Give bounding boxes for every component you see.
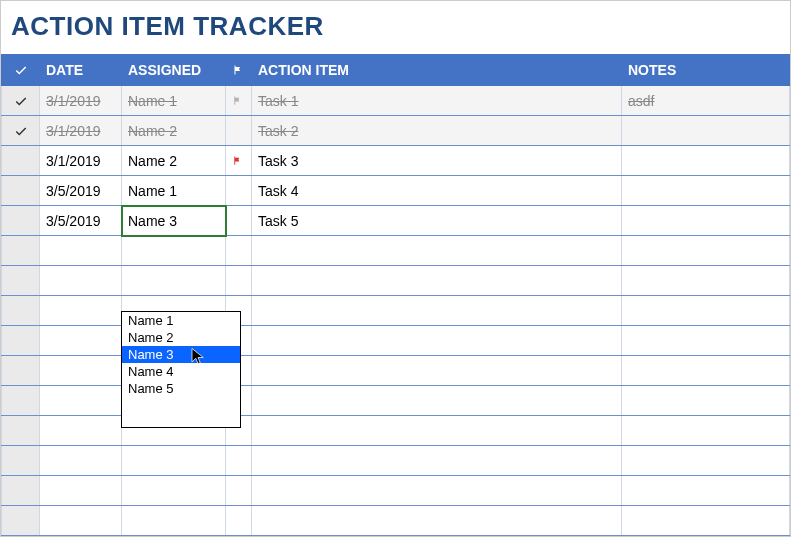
cell-notes[interactable] <box>622 116 790 146</box>
empty-cell[interactable] <box>2 506 40 536</box>
empty-cell[interactable] <box>122 506 226 536</box>
empty-cell[interactable] <box>40 356 122 386</box>
empty-cell[interactable] <box>40 446 122 476</box>
dropdown-option[interactable]: Name 2 <box>122 329 240 346</box>
empty-cell[interactable] <box>622 506 790 536</box>
empty-cell[interactable] <box>252 326 622 356</box>
empty-cell[interactable] <box>2 326 40 356</box>
header-notes[interactable]: NOTES <box>622 55 790 86</box>
cell-done[interactable] <box>2 116 40 146</box>
cell-done[interactable] <box>2 146 40 176</box>
cell-assigned[interactable]: Name 1 <box>122 176 226 206</box>
empty-cell[interactable] <box>2 416 40 446</box>
cell-done[interactable] <box>2 176 40 206</box>
empty-cell[interactable] <box>2 296 40 326</box>
cell-assigned[interactable]: Name 2 <box>122 146 226 176</box>
empty-cell[interactable] <box>2 446 40 476</box>
cell-notes[interactable]: asdf <box>622 86 790 116</box>
table-row: 3/5/2019Name 3Task 5 <box>2 206 790 236</box>
empty-cell[interactable] <box>622 266 790 296</box>
dropdown-option[interactable]: Name 1 <box>122 312 240 329</box>
header-flag[interactable] <box>226 55 252 86</box>
empty-cell[interactable] <box>622 326 790 356</box>
table-row <box>2 296 790 326</box>
empty-cell[interactable] <box>622 296 790 326</box>
empty-cell[interactable] <box>2 476 40 506</box>
empty-cell[interactable] <box>252 506 622 536</box>
cell-assigned[interactable]: Name 3 <box>122 206 226 236</box>
empty-cell[interactable] <box>122 236 226 266</box>
empty-cell[interactable] <box>2 266 40 296</box>
cell-flag[interactable] <box>226 116 252 146</box>
empty-cell[interactable] <box>40 476 122 506</box>
empty-cell[interactable] <box>2 356 40 386</box>
cell-date[interactable]: 3/1/2019 <box>40 86 122 116</box>
empty-cell[interactable] <box>40 296 122 326</box>
empty-cell[interactable] <box>622 236 790 266</box>
cell-date[interactable]: 3/5/2019 <box>40 206 122 236</box>
empty-cell[interactable] <box>622 476 790 506</box>
empty-cell[interactable] <box>2 236 40 266</box>
cell-notes[interactable] <box>622 146 790 176</box>
empty-cell[interactable] <box>226 266 252 296</box>
empty-cell[interactable] <box>226 446 252 476</box>
empty-cell[interactable] <box>40 506 122 536</box>
empty-cell[interactable] <box>622 416 790 446</box>
cell-action-item[interactable]: Task 3 <box>252 146 622 176</box>
cell-action-item[interactable]: Task 5 <box>252 206 622 236</box>
empty-cell[interactable] <box>122 476 226 506</box>
cell-date[interactable]: 3/1/2019 <box>40 146 122 176</box>
dropdown-option[interactable]: Name 3 <box>122 346 240 363</box>
empty-cell[interactable] <box>40 326 122 356</box>
flag-icon <box>232 154 245 167</box>
dropdown-option[interactable]: Name 5 <box>122 380 240 397</box>
cell-action-item[interactable]: Task 2 <box>252 116 622 146</box>
empty-cell[interactable] <box>252 296 622 326</box>
header-date[interactable]: DATE <box>40 55 122 86</box>
empty-cell[interactable] <box>122 446 226 476</box>
table-row <box>2 416 790 446</box>
flag-icon <box>232 94 245 107</box>
empty-cell[interactable] <box>40 386 122 416</box>
empty-cell[interactable] <box>122 266 226 296</box>
empty-cell[interactable] <box>252 476 622 506</box>
dropdown-option[interactable]: Name 4 <box>122 363 240 380</box>
cell-flag[interactable] <box>226 206 252 236</box>
empty-cell[interactable] <box>252 386 622 416</box>
cell-done[interactable] <box>2 206 40 236</box>
cell-date[interactable]: 3/5/2019 <box>40 176 122 206</box>
empty-cell[interactable] <box>252 356 622 386</box>
cell-assigned[interactable]: Name 1 <box>122 86 226 116</box>
table-row <box>2 326 790 356</box>
cell-flag[interactable] <box>226 176 252 206</box>
assigned-dropdown[interactable]: Name 1Name 2Name 3Name 4Name 5 <box>121 311 241 428</box>
table-row <box>2 386 790 416</box>
cell-action-item[interactable]: Task 1 <box>252 86 622 116</box>
empty-cell[interactable] <box>40 416 122 446</box>
empty-cell[interactable] <box>226 236 252 266</box>
empty-cell[interactable] <box>252 236 622 266</box>
cell-action-item[interactable]: Task 4 <box>252 176 622 206</box>
cell-done[interactable] <box>2 86 40 116</box>
check-icon <box>8 124 33 138</box>
cell-date[interactable]: 3/1/2019 <box>40 116 122 146</box>
cell-flag[interactable] <box>226 146 252 176</box>
empty-cell[interactable] <box>252 416 622 446</box>
header-assigned[interactable]: ASSIGNED <box>122 55 226 86</box>
empty-cell[interactable] <box>252 446 622 476</box>
empty-cell[interactable] <box>40 266 122 296</box>
cell-flag[interactable] <box>226 86 252 116</box>
empty-cell[interactable] <box>622 386 790 416</box>
cell-notes[interactable] <box>622 206 790 236</box>
header-done[interactable] <box>2 55 40 86</box>
header-action-item[interactable]: ACTION ITEM <box>252 55 622 86</box>
cell-assigned[interactable]: Name 2 <box>122 116 226 146</box>
empty-cell[interactable] <box>40 236 122 266</box>
empty-cell[interactable] <box>2 386 40 416</box>
empty-cell[interactable] <box>226 506 252 536</box>
cell-notes[interactable] <box>622 176 790 206</box>
empty-cell[interactable] <box>622 356 790 386</box>
empty-cell[interactable] <box>226 476 252 506</box>
empty-cell[interactable] <box>622 446 790 476</box>
empty-cell[interactable] <box>252 266 622 296</box>
